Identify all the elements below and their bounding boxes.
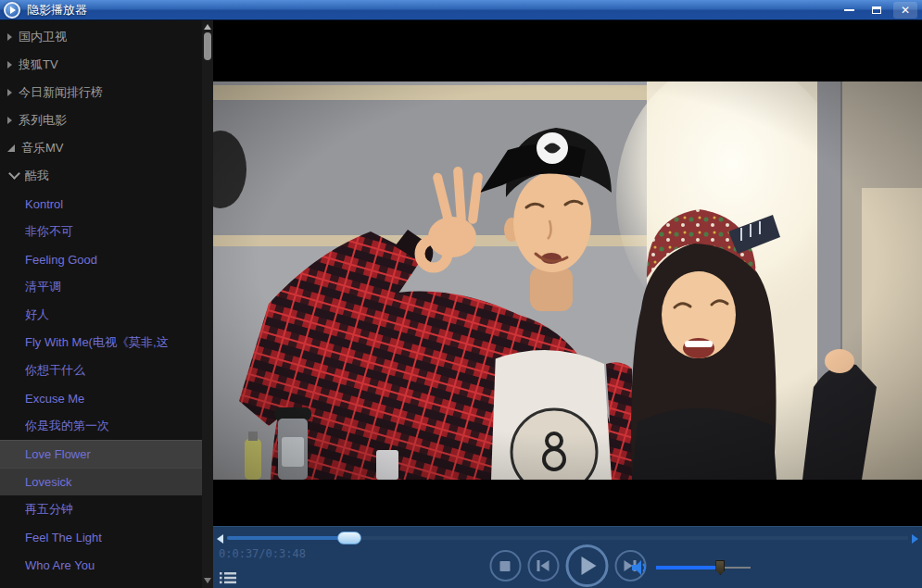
previous-icon bbox=[537, 560, 549, 571]
playlist-item[interactable]: Feeling Good bbox=[0, 245, 202, 273]
tree-node[interactable]: 音乐MV bbox=[0, 134, 202, 162]
playlist-item[interactable]: 非你不可 bbox=[0, 218, 202, 245]
volume-fill bbox=[656, 566, 720, 569]
playlist-item[interactable]: Lovesick bbox=[0, 468, 202, 495]
stop-button[interactable] bbox=[489, 550, 521, 582]
item-label: Feeling Good bbox=[25, 253, 97, 267]
seek-track[interactable] bbox=[227, 536, 908, 540]
maximize-icon bbox=[872, 6, 881, 14]
maximize-button[interactable] bbox=[865, 2, 889, 19]
expand-arrow-icon[interactable] bbox=[7, 89, 12, 96]
playlist-item[interactable]: 清平调 bbox=[0, 273, 202, 301]
player-controlbar: 0:0:37/0:3:48 bbox=[213, 526, 922, 588]
playlist-item[interactable]: Who Are You bbox=[0, 551, 202, 579]
playlist-item[interactable]: Excuse Me bbox=[0, 384, 202, 412]
video-frame-illustration bbox=[213, 81, 922, 480]
playlist-item[interactable]: 再五分钟 bbox=[0, 495, 202, 523]
close-icon: ✕ bbox=[901, 4, 910, 17]
previous-button[interactable] bbox=[527, 550, 559, 582]
item-label: 国内卫视 bbox=[19, 29, 67, 45]
expand-arrow-icon[interactable] bbox=[7, 61, 12, 69]
play-button[interactable] bbox=[565, 544, 608, 587]
playlist-item[interactable]: 你想干什么 bbox=[0, 357, 202, 384]
progress-fill bbox=[227, 536, 349, 540]
volume-thumb[interactable] bbox=[715, 560, 725, 575]
window-title: 隐影播放器 bbox=[27, 2, 87, 19]
app-logo-icon bbox=[4, 2, 20, 19]
playlist-button[interactable] bbox=[220, 571, 236, 584]
playlist-item[interactable]: Fly With Me(电视《莫非,这 bbox=[0, 329, 202, 357]
window-titlebar[interactable]: 隐影播放器 ✕ bbox=[0, 0, 922, 20]
item-label: 非你不可 bbox=[25, 223, 73, 240]
item-label: Lovesick bbox=[25, 475, 72, 489]
scrollbar-thumb[interactable] bbox=[204, 32, 211, 60]
item-label: Excuse Me bbox=[25, 392, 84, 406]
item-label: 好人 bbox=[25, 307, 49, 323]
volume-slider[interactable] bbox=[656, 567, 751, 569]
progress-thumb[interactable] bbox=[337, 532, 361, 544]
item-label: 你想干什么 bbox=[25, 362, 85, 379]
item-label: Fly With Me(电视《莫非,这 bbox=[25, 334, 169, 351]
collapse-arrow-icon[interactable] bbox=[7, 144, 15, 152]
channel-tree: 国内卫视搜狐TV今日新闻排行榜系列电影音乐MV酷我Kontrol非你不可Feel… bbox=[0, 20, 202, 588]
playlist-item[interactable]: 你是我的第一次 bbox=[0, 412, 202, 440]
playlist-icon bbox=[220, 571, 236, 584]
playlist-item[interactable]: Love Flower bbox=[0, 440, 202, 468]
seek-right-arrow-icon[interactable] bbox=[912, 534, 918, 544]
player-window: 隐影播放器 ✕ 国内卫视搜狐TV今日新闻排行榜系列电影音乐MV酷我Kontrol… bbox=[0, 0, 922, 588]
close-button[interactable]: ✕ bbox=[893, 2, 917, 19]
play-icon bbox=[582, 557, 597, 575]
item-label: 今日新闻排行榜 bbox=[19, 84, 103, 101]
item-label: 搜狐TV bbox=[19, 56, 58, 73]
time-display: 0:0:37/0:3:48 bbox=[219, 547, 306, 560]
play-glyph bbox=[10, 6, 16, 14]
video-display[interactable] bbox=[213, 20, 922, 526]
playlist-item[interactable]: 好人 bbox=[0, 301, 202, 329]
minimize-button[interactable] bbox=[837, 2, 861, 19]
tree-node[interactable]: 国内卫视 bbox=[0, 23, 202, 51]
collapse-arrow-icon[interactable] bbox=[8, 168, 20, 180]
item-label: 再五分钟 bbox=[25, 501, 73, 518]
item-label: 酷我 bbox=[25, 168, 49, 184]
speaker-icon[interactable] bbox=[632, 560, 649, 575]
tree-node[interactable]: 今日新闻排行榜 bbox=[0, 79, 202, 106]
tree-node[interactable]: 系列电影 bbox=[0, 106, 202, 134]
item-label: Who Are You bbox=[25, 558, 95, 572]
item-label: 你是我的第一次 bbox=[25, 418, 109, 434]
item-label: 系列电影 bbox=[19, 112, 67, 129]
sidebar-scrollbar[interactable] bbox=[202, 20, 213, 588]
item-label: Kontrol bbox=[25, 197, 63, 211]
playlist-item[interactable]: Feel The Light bbox=[0, 523, 202, 551]
scroll-down-icon[interactable] bbox=[204, 578, 211, 583]
expand-arrow-icon[interactable] bbox=[7, 33, 12, 41]
minimize-icon bbox=[844, 9, 854, 11]
tree-node[interactable]: 酷我 bbox=[0, 162, 202, 190]
stop-icon bbox=[500, 561, 511, 571]
expand-arrow-icon[interactable] bbox=[7, 117, 12, 124]
item-label: 清平调 bbox=[25, 279, 61, 295]
transport-controls bbox=[489, 544, 646, 587]
tree-node[interactable]: 搜狐TV bbox=[0, 51, 202, 79]
playlist-item[interactable]: Kontrol bbox=[0, 190, 202, 218]
seek-bar[interactable] bbox=[213, 531, 922, 545]
scroll-up-icon[interactable] bbox=[204, 24, 211, 30]
item-label: 音乐MV bbox=[21, 140, 64, 156]
channel-sidebar: 国内卫视搜狐TV今日新闻排行榜系列电影音乐MV酷我Kontrol非你不可Feel… bbox=[0, 20, 213, 588]
item-label: Love Flower bbox=[25, 447, 91, 461]
seek-left-arrow-icon[interactable] bbox=[217, 534, 223, 544]
volume-control bbox=[632, 557, 751, 578]
item-label: Feel The Light bbox=[25, 531, 102, 544]
